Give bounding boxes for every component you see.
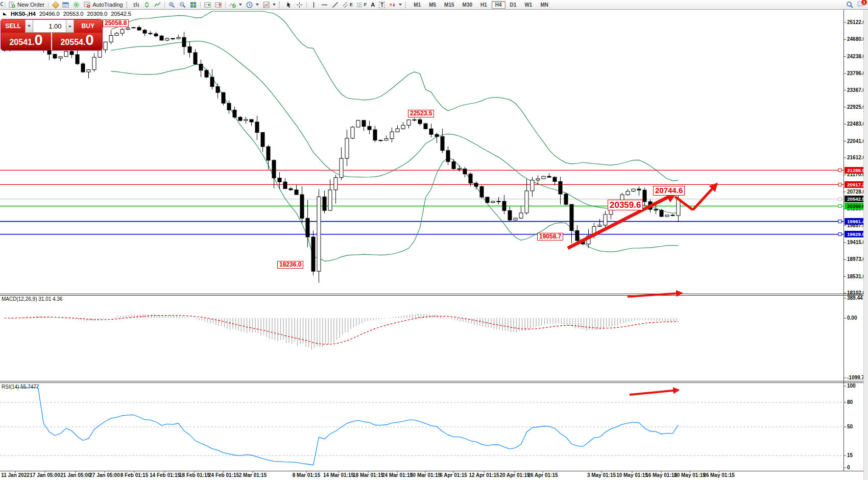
tf-M1[interactable]: M1 xyxy=(410,1,424,9)
candle xyxy=(283,178,287,189)
time-label: 24 Feb 01:15 xyxy=(208,472,239,478)
chart-canvas[interactable] xyxy=(0,0,868,480)
candle xyxy=(401,122,405,130)
price-tick-19857.0: 19857.0 xyxy=(847,223,865,228)
time-label: 20 Apr 01:15 xyxy=(499,472,529,478)
candle xyxy=(143,29,147,36)
candle xyxy=(267,145,270,169)
candle xyxy=(418,118,422,126)
tf-M15[interactable]: M15 xyxy=(441,1,457,9)
buy-price-main: 20554. xyxy=(60,38,85,47)
toolbar-separator xyxy=(225,2,226,8)
candle xyxy=(104,42,107,53)
price-tick-19415.0: 19415.0 xyxy=(847,239,865,245)
candle xyxy=(64,51,68,57)
equidistant-channel-icon xyxy=(343,2,348,8)
candle xyxy=(390,128,394,142)
candle xyxy=(553,176,557,185)
notifications-button[interactable]: 1 xyxy=(857,1,865,9)
horizontal-line-tool-button[interactable] xyxy=(319,1,330,9)
ohlc-close: 20542.5 xyxy=(111,11,131,17)
rsi-tick-15: 15 xyxy=(847,452,853,458)
candle xyxy=(149,31,152,35)
candle xyxy=(323,190,326,213)
search-icon[interactable] xyxy=(846,1,854,9)
line-chart-button[interactable] xyxy=(152,1,163,9)
one-click-toggle-icon[interactable] xyxy=(3,12,7,15)
indicators-button[interactable] xyxy=(227,1,244,9)
candlestick-chart-button[interactable] xyxy=(141,1,152,9)
sell-price[interactable]: 20541.0 xyxy=(1,33,51,50)
tile-windows-button[interactable] xyxy=(188,1,199,9)
triangle-down-icon xyxy=(28,25,31,27)
autotrading-button[interactable]: AutoTrading xyxy=(82,1,125,9)
volume-increase-button[interactable] xyxy=(66,19,74,33)
candle xyxy=(407,119,411,129)
bar-chart-button[interactable] xyxy=(131,1,141,9)
new-order-button[interactable]: New Order xyxy=(7,1,46,9)
candle xyxy=(441,129,444,153)
candlestick-series xyxy=(3,26,680,283)
sell-button[interactable]: SELL xyxy=(1,19,25,33)
vertical-line-tool-button[interactable] xyxy=(308,1,319,9)
trend-arrow-annotations[interactable] xyxy=(568,185,716,395)
tf-W1[interactable]: W1 xyxy=(521,1,536,9)
cursor-tool-button[interactable] xyxy=(283,1,294,9)
tile-windows-icon xyxy=(190,2,197,8)
candle xyxy=(643,188,646,206)
candle xyxy=(76,48,79,65)
candle xyxy=(648,200,652,213)
data-window-icon xyxy=(62,2,69,8)
price-tick-22925.0: 22925.0 xyxy=(847,104,865,110)
candle xyxy=(126,27,130,30)
window-scrollbar[interactable] xyxy=(863,9,868,480)
macd-arrow xyxy=(628,293,681,297)
tf-MN[interactable]: MN xyxy=(537,1,552,9)
periods-button[interactable] xyxy=(244,1,261,9)
time-label: 16 May 01:15 xyxy=(645,472,677,478)
chart-title-bar: HK50-,H4 20496.0 20553.0 20309.0 20542.5 xyxy=(3,11,131,17)
candle xyxy=(435,133,439,143)
zoom-out-button[interactable] xyxy=(177,1,188,9)
bollinger-bands xyxy=(111,11,679,261)
candle xyxy=(132,27,135,29)
tf-D1[interactable]: D1 xyxy=(507,1,520,9)
candle xyxy=(547,173,551,177)
line-handle xyxy=(838,169,841,172)
candle xyxy=(637,186,641,196)
tf-M5[interactable]: M5 xyxy=(425,1,440,9)
candle xyxy=(396,125,399,132)
clipped-icon[interactable] xyxy=(0,1,3,9)
trendline-tool-button[interactable] xyxy=(330,1,341,9)
chart-shift-button[interactable] xyxy=(213,1,224,9)
tf-H1[interactable]: H1 xyxy=(477,1,491,9)
text-tool-button[interactable]: A xyxy=(369,1,377,9)
tf-M30[interactable]: M30 xyxy=(459,1,476,9)
auto-scroll-button[interactable] xyxy=(202,1,213,9)
tf-H4[interactable]: H4 xyxy=(492,1,505,9)
candle xyxy=(604,211,607,230)
macd-indicator xyxy=(3,314,679,350)
marketwatch-button[interactable] xyxy=(50,1,60,9)
text-label-tool-button[interactable]: T xyxy=(377,1,387,9)
arrows-tool-button[interactable] xyxy=(387,1,404,9)
volume-input[interactable]: 1.00 xyxy=(33,19,66,33)
signals-button[interactable] xyxy=(71,1,82,9)
horizontal-level-lines[interactable] xyxy=(0,169,843,235)
text-tool-glyph: A xyxy=(371,2,375,8)
line-handle xyxy=(838,233,841,236)
templates-button[interactable] xyxy=(261,1,278,9)
buy-price[interactable]: 20554.0 xyxy=(52,33,102,50)
candle xyxy=(295,185,298,195)
crosshair-tool-button[interactable] xyxy=(294,1,305,9)
channel-tool-button[interactable]: E xyxy=(341,1,355,9)
data-window-button[interactable] xyxy=(60,1,71,9)
zoom-in-button[interactable] xyxy=(166,1,177,9)
fibonacci-tool-button[interactable]: F xyxy=(355,1,369,9)
candle xyxy=(519,206,523,219)
zoom-in-icon xyxy=(168,2,175,8)
candle xyxy=(177,35,180,39)
volume-decrease-button[interactable] xyxy=(25,19,33,33)
buy-button[interactable]: BUY xyxy=(74,19,103,33)
autotrading-label: AutoTrading xyxy=(92,2,123,8)
